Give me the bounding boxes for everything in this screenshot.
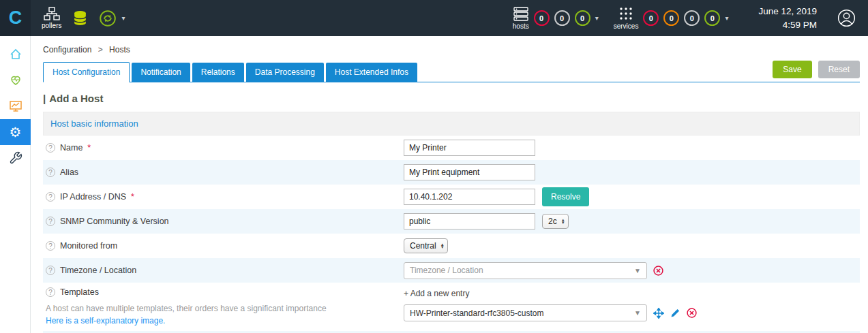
chevron-down-icon: ▼ <box>634 309 641 317</box>
tab-data-processing[interactable]: Data Processing <box>246 63 324 82</box>
pollers-menu[interactable]: pollers <box>42 7 61 29</box>
templates-label: Templates <box>60 287 99 297</box>
hosts-icon <box>513 7 528 21</box>
administration-tools-icon <box>9 151 23 165</box>
monitored-from-value: Central <box>410 241 436 251</box>
template-edit-button[interactable] <box>670 308 680 318</box>
help-icon[interactable]: ? <box>46 241 55 251</box>
tab-host-extended-infos[interactable]: Host Extended Infos <box>326 63 417 82</box>
snmp-version-value: 2c <box>548 217 557 226</box>
breadcrumb-hosts[interactable]: Hosts <box>109 45 130 54</box>
home-icon <box>9 48 23 61</box>
sidebar-item-home[interactable] <box>0 42 31 67</box>
required-asterisk: * <box>131 192 134 202</box>
form-row-snmp: ? SNMP Community & Version 2c ▲▼ <box>43 209 860 234</box>
help-icon[interactable]: ? <box>46 192 55 202</box>
hosts-menu[interactable]: hosts <box>513 7 529 30</box>
help-icon[interactable]: ? <box>46 266 55 275</box>
help-icon[interactable]: ? <box>46 217 55 226</box>
help-icon[interactable]: ? <box>46 143 55 153</box>
page-title: |Add a Host <box>43 93 860 104</box>
reset-button[interactable]: Reset <box>818 61 860 78</box>
form-actions: Save Reset <box>773 61 860 82</box>
circled-x-icon <box>687 308 697 318</box>
name-input[interactable] <box>404 140 535 156</box>
alias-input[interactable] <box>404 164 535 180</box>
hosts-down-badge[interactable]: 0 <box>534 10 550 26</box>
help-icon[interactable]: ? <box>46 168 55 177</box>
ip-address-label: IP Address / DNS <box>60 192 126 202</box>
snmp-label: SNMP Community & Version <box>60 217 169 226</box>
tab-notification[interactable]: Notification <box>132 63 190 82</box>
sidebar-item-administration[interactable] <box>0 145 31 171</box>
circled-x-icon <box>653 266 663 276</box>
breadcrumb-configuration[interactable]: Configuration <box>43 45 91 54</box>
tab-host-configuration[interactable]: Host Configuration <box>43 62 130 82</box>
required-asterisk: * <box>87 143 91 153</box>
move-arrows-icon <box>653 308 664 319</box>
help-icon[interactable]: ? <box>46 287 55 297</box>
templates-example-link[interactable]: Here is a self-explanatory image. <box>46 316 165 326</box>
select-arrows-icon: ▲▼ <box>440 243 445 249</box>
top-bar: C pollers <box>0 0 868 36</box>
pollers-chevron-icon[interactable]: ▾ <box>121 14 125 22</box>
template-select[interactable]: HW-Printer-standard-rfc3805-custom ▼ <box>404 304 647 321</box>
configuration-gear-icon: ⚙ <box>10 125 22 139</box>
template-select-value: HW-Printer-standard-rfc3805-custom <box>410 308 544 318</box>
services-warning-badge[interactable]: 0 <box>663 10 679 26</box>
monitored-from-select[interactable]: Central ▲▼ <box>404 238 448 253</box>
user-avatar-icon <box>837 9 856 27</box>
hosts-unreachable-badge[interactable]: 0 <box>554 10 570 26</box>
add-template-entry-link[interactable]: + Add a new entry <box>404 289 469 298</box>
select-arrows-icon: ▲▼ <box>561 219 565 224</box>
sidebar-item-configuration[interactable]: ⚙ <box>0 119 31 145</box>
section-host-basic-information: Host basic information <box>43 112 860 136</box>
save-button[interactable]: Save <box>773 61 811 78</box>
clock: June 12, 2019 4:59 PM <box>758 5 817 31</box>
timezone-select[interactable]: Timezone / Location ▼ <box>404 262 647 279</box>
form-row-alias: ? Alias <box>43 160 860 185</box>
user-profile-button[interactable] <box>837 9 856 27</box>
centreon-app: C pollers <box>0 0 868 333</box>
template-delete-button[interactable] <box>687 308 697 318</box>
pencil-icon <box>670 308 680 318</box>
hosts-chevron-icon[interactable]: ▾ <box>595 14 599 22</box>
name-label: Name <box>60 143 83 153</box>
services-chevron-icon[interactable]: ▾ <box>725 14 728 22</box>
form-row-timezone: ? Timezone / Location Timezone / Locatio… <box>43 258 860 283</box>
services-critical-badge[interactable]: 0 <box>643 10 659 26</box>
timezone-clear-button[interactable] <box>653 266 663 276</box>
services-ok-badge[interactable]: 0 <box>704 10 720 26</box>
apply-configuration-icon[interactable] <box>99 10 117 27</box>
hosts-up-badge[interactable]: 0 <box>575 10 590 26</box>
sidebar-nav: ⚙ <box>0 36 31 333</box>
sidebar-item-monitoring[interactable] <box>0 67 31 93</box>
ip-address-input[interactable] <box>404 189 535 205</box>
templates-hint-text: A host can have multiple templates, thei… <box>46 302 404 315</box>
alias-label: Alias <box>60 168 78 177</box>
timezone-label: Timezone / Location <box>60 266 136 275</box>
current-date: June 12, 2019 <box>758 5 817 18</box>
monitored-from-label: Monitored from <box>60 241 117 251</box>
form-row-ip-address: ? IP Address / DNS * Resolve <box>43 185 860 209</box>
pollers-icon <box>44 7 60 20</box>
tab-relations[interactable]: Relations <box>192 63 244 82</box>
databases-icon[interactable] <box>72 10 88 26</box>
breadcrumb-separator: > <box>98 45 103 54</box>
services-menu[interactable]: services <box>614 6 639 30</box>
services-label: services <box>614 22 639 30</box>
services-icon <box>618 6 633 21</box>
hosts-label: hosts <box>513 22 529 30</box>
database-cylinder-icon <box>72 10 88 26</box>
services-unknown-badge[interactable]: 0 <box>684 10 700 26</box>
snmp-version-select[interactable]: 2c ▲▼ <box>542 214 569 229</box>
resolve-button[interactable]: Resolve <box>542 187 589 206</box>
template-move-button[interactable] <box>653 308 664 319</box>
current-time: 4:59 PM <box>758 18 817 32</box>
form-row-templates: ? Templates A host can have multiple tem… <box>43 283 860 331</box>
snmp-community-input[interactable] <box>404 213 535 229</box>
pollers-label: pollers <box>42 22 61 29</box>
sidebar-item-reporting[interactable] <box>0 93 31 119</box>
centreon-logo[interactable]: C <box>0 0 31 36</box>
form-row-name: ? Name * <box>43 136 860 160</box>
